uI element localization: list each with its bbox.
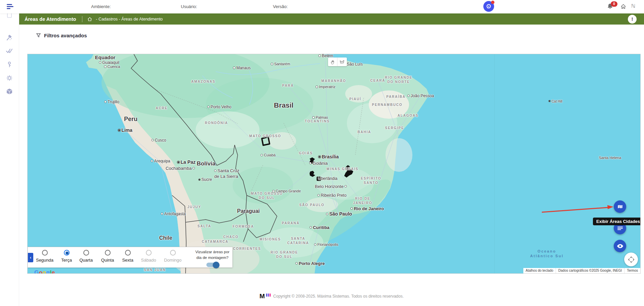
toggle-knob [213,262,219,268]
day-radio[interactable] [170,250,176,256]
day-label: Quinta [101,258,114,263]
show-city-areas-button[interactable] [614,200,626,213]
sidebar-nav [0,13,19,306]
toggle-label-line2: dia de montagem? [193,255,232,261]
breadcrumb-home-button[interactable] [87,16,92,22]
google-logo-letter: e [52,269,55,274]
day-option-sábado[interactable]: Sábado [136,250,161,263]
page-alert-button[interactable]: ! [628,15,637,24]
day-radio[interactable] [125,250,131,256]
page-title: Áreas de Atendimento [19,16,82,22]
terms-link[interactable]: Termos [624,268,640,273]
key-icon [6,61,13,68]
notification-badge: 0 [611,1,617,7]
day-radio[interactable] [83,250,89,256]
ambiente-label: Ambiente: [91,4,111,9]
google-logo-letter: g [46,269,50,274]
filters-header[interactable]: Filtros avançados [36,33,87,38]
tools-icon [6,34,13,42]
toggle-label-line1: Vizualizar áreas por [193,249,232,255]
gear-icon [6,74,13,82]
double-check-icon [6,47,13,54]
day-label: Segunda [36,258,53,263]
map-container[interactable]: EquadorBrasilPeruBolíviaParaguaiChileAMA… [27,54,641,274]
google-logo: Google [34,269,55,274]
copyright-text: Copyright © 2008-2025. Máxima Sistemas. … [273,294,404,299]
assembly-day-toggle-block: Vizualizar áreas por dia de montagem? [193,249,232,267]
day-radio[interactable] [105,250,111,256]
divider [82,16,82,22]
maxima-logo: M [259,293,265,300]
day-label: Sábado [141,258,156,263]
map-attribution: Atalhos do tecladoDados cartográficos ©2… [523,268,640,273]
day-radio[interactable] [146,250,152,256]
eye-icon [617,244,623,248]
map-canvas[interactable] [28,54,641,274]
sidebar-item-approvals[interactable] [6,47,13,54]
day-option-domingo[interactable]: Domingo [160,250,185,263]
home-button[interactable] [620,3,627,11]
fullscreen-button[interactable] [624,253,638,266]
polygon-draw-icon [339,60,345,64]
filter-funnel-icon [36,33,41,38]
versao-label: Versão: [273,4,288,9]
day-radio[interactable] [64,250,70,256]
hand-pan-tool[interactable] [328,58,337,66]
maxima-logo-bars [266,294,271,297]
chat-button[interactable] [483,1,494,12]
day-option-quarta[interactable]: Quarta [74,250,98,263]
day-option-segunda[interactable]: Segunda [32,250,57,263]
hand-pan-icon [330,60,335,65]
sidebar-item-access[interactable] [6,61,13,68]
google-logo-letter: o [43,269,46,274]
day-filter-panel: ‹ SegundaTerçaQuartaQuintaSextaSábadoDom… [28,247,233,268]
map-draw-controls [328,58,347,66]
home-icon [87,16,92,22]
map-layer-icon [617,204,623,209]
sidebar-item-products[interactable] [6,88,13,95]
day-label: Quarta [79,258,93,263]
fullscreen-icon [628,256,635,263]
breadcrumb: - Cadastros - Áreas de Atendimento [96,17,163,22]
home-icon [620,3,627,10]
list-icon [617,226,623,230]
package-icon [6,88,13,95]
day-label: Terça [61,258,72,263]
usuario-label: Usuário: [181,4,197,9]
day-label: Sexta [122,258,133,263]
top-header: Ambiente: Usuário: Versão: 0 ℕ [0,0,644,13]
chat-alert-dot [491,1,494,4]
notifications-button[interactable]: 0 [607,3,617,11]
google-logo-letter: G [34,269,39,274]
map-data-text: Dados cartográficos ©2025 Google, INEGI [556,268,624,273]
polygon-draw-tool[interactable] [337,58,347,66]
sidebar-item-settings[interactable] [6,74,13,82]
chat-icon [486,3,492,9]
sidebar-item-tools[interactable] [6,34,13,42]
tooltip-exibir-areas-cidades: Exibir Áreas Cidades [593,218,641,225]
view-areas-button[interactable] [614,240,626,252]
google-logo-letter: o [39,269,43,274]
filters-title: Filtros avançados [44,33,87,38]
day-radio[interactable] [42,250,48,256]
menu-icon[interactable] [7,4,14,9]
currency-icon[interactable]: ℕ [631,3,635,9]
day-label: Domingo [164,258,182,263]
page-footer: M Copyright © 2008-2025. Máxima Sistemas… [19,293,644,300]
assembly-day-toggle[interactable] [206,263,218,267]
breadcrumb-bar: Áreas de Atendimento - Cadastros - Áreas… [19,13,644,25]
filters-section: Filtros avançados [19,25,644,54]
keyboard-shortcuts-link[interactable]: Atalhos do teclado [523,268,556,273]
